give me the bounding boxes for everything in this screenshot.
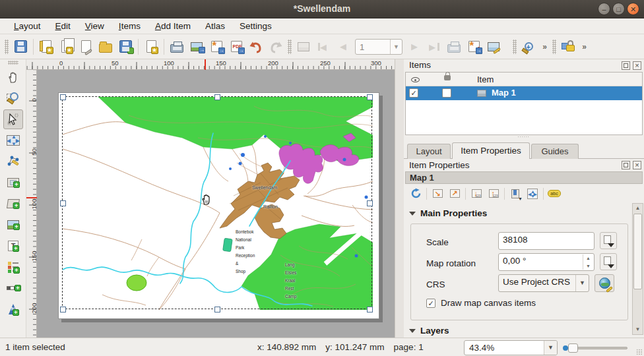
move-item-content-tool-button[interactable]: ▲▼◀▶ [3, 131, 23, 150]
edit-nodes-tool-button[interactable] [3, 152, 23, 171]
save-button[interactable] [11, 38, 30, 56]
lock-checkbox[interactable] [442, 88, 451, 98]
panel-splitter[interactable] [395, 59, 404, 338]
menu-add-item[interactable]: Add Item [148, 20, 198, 32]
resize-handle-n[interactable] [214, 94, 220, 100]
toolbar-drag-handle[interactable] [552, 40, 556, 54]
map-item[interactable]: Swellendam Railton BontebokNational Park… [63, 97, 373, 310]
spin-arrows[interactable]: ▲▼ [583, 254, 593, 270]
add-legend-button[interactable]: + [3, 257, 23, 277]
atlas-settings-button[interactable] [484, 38, 503, 56]
move-content-button[interactable]: ▲▼◀▶ [525, 187, 540, 201]
undo-button[interactable] [247, 38, 265, 56]
menu-layout[interactable]: Layout [7, 20, 48, 32]
atlas-print-button[interactable] [445, 38, 463, 56]
scale-input[interactable]: 38108 [498, 232, 595, 250]
resize-handle-s[interactable] [214, 307, 220, 312]
new-layout-button[interactable]: ★ [37, 38, 55, 56]
add-map-button[interactable]: + [3, 173, 23, 193]
layout-manager-button[interactable] [77, 38, 95, 56]
zoom-level-combo[interactable]: 43.4% ▼ [464, 340, 558, 355]
atlas-export-button[interactable]: *A→ [465, 38, 483, 56]
titlebar[interactable]: *Swellendam – □ ✕ [0, 0, 644, 18]
toolbar-drag-handle[interactable] [288, 40, 292, 54]
menu-items[interactable]: Items [112, 20, 148, 32]
export-image-button[interactable]: → [187, 38, 206, 56]
redo-button[interactable] [267, 38, 285, 56]
properties-scrollbar[interactable]: ▲ ▼ [632, 203, 643, 335]
visibility-checkbox[interactable]: ✓ [409, 88, 418, 98]
actions-overflow-button[interactable]: » [579, 38, 589, 56]
resize-handle-e[interactable] [367, 200, 373, 206]
resize-handle-ne[interactable] [367, 94, 373, 100]
tab-item-properties[interactable]: Item Properties [452, 142, 530, 159]
select-move-item-tool-button[interactable] [3, 109, 23, 129]
toolbar-drag-handle[interactable] [513, 40, 517, 54]
float-panel-icon[interactable] [622, 161, 630, 169]
add-scalebar-button[interactable]: + [3, 278, 23, 298]
resize-handle-nw[interactable] [60, 94, 66, 100]
export-svg-button[interactable]: *→ [207, 38, 226, 56]
atlas-preview-button[interactable] [294, 38, 313, 56]
save-as-template-button[interactable] [116, 38, 135, 56]
draw-canvas-items-checkbox[interactable]: ✓ [426, 299, 435, 308]
labeling-settings-button[interactable]: abc [546, 187, 562, 201]
crs-select-button[interactable] [595, 274, 614, 292]
layout-canvas[interactable]: Swellendam Railton BontebokNational Park… [37, 70, 395, 338]
slider-handle[interactable] [568, 343, 578, 353]
view-extent-in-canvas-button[interactable]: ↗ [447, 187, 463, 201]
set-scale-to-canvas-button[interactable]: ↓123 [468, 187, 484, 201]
section-main-properties[interactable]: Main Properties [409, 208, 487, 218]
pan-tool-button[interactable] [3, 67, 23, 87]
new-from-template-button[interactable]: ★ [142, 38, 160, 56]
atlas-last-button[interactable]: ▶ [425, 38, 443, 56]
export-pdf-button[interactable]: PDF→ [227, 38, 245, 56]
interactive-edit-extent-button[interactable]: ▼ [507, 187, 523, 201]
menu-atlas[interactable]: Atlas [198, 20, 232, 32]
menu-settings[interactable]: Settings [232, 20, 279, 32]
zoom-tool-button[interactable] [3, 88, 23, 108]
chevron-down-icon[interactable]: ▼ [544, 341, 557, 355]
resize-handle-sw[interactable] [60, 307, 66, 312]
open-button[interactable] [96, 38, 115, 56]
tab-layout[interactable]: Layout [407, 144, 451, 159]
minimize-button[interactable]: – [598, 3, 610, 15]
dock-splitter-handle[interactable] [517, 136, 529, 138]
toolbar-drag-handle[interactable] [5, 40, 9, 54]
refresh-button[interactable] [408, 187, 424, 201]
print-button[interactable] [168, 38, 186, 56]
rotation-spinbox[interactable]: 0,00 ° ▲▼ [498, 253, 595, 271]
resize-handle-se[interactable] [367, 307, 373, 312]
duplicate-layout-button[interactable]: ★ [57, 38, 75, 56]
crs-combo[interactable]: Use Project CRS▼ [498, 274, 589, 292]
add-3d-map-button[interactable]: + [3, 194, 23, 214]
close-button[interactable]: ✕ [627, 3, 639, 15]
atlas-prev-button[interactable]: ◀ [334, 38, 352, 56]
resize-grip[interactable] [636, 349, 643, 355]
atlas-page-combo[interactable]: 1 ▼ [355, 39, 402, 55]
atlas-first-button[interactable]: ◀ [314, 38, 333, 56]
lock-items-button[interactable] [559, 38, 577, 56]
add-picture-button[interactable]: + [3, 215, 23, 235]
chevron-down-icon[interactable]: ▼ [390, 40, 402, 54]
scale-override-button[interactable] [600, 232, 617, 249]
view-scale-in-canvas-button[interactable]: ↑123 [486, 187, 501, 201]
close-panel-icon[interactable]: × [633, 161, 641, 169]
resize-handle-w[interactable] [60, 200, 66, 206]
rotation-override-button[interactable] [600, 253, 617, 270]
add-label-button[interactable]: T+ [3, 236, 23, 256]
maximize-button[interactable]: □ [612, 3, 625, 15]
float-panel-icon[interactable] [622, 61, 630, 70]
close-panel-icon[interactable]: × [633, 61, 641, 70]
menu-edit[interactable]: Edit [48, 20, 78, 32]
set-extent-to-canvas-button[interactable]: ↘ [430, 187, 445, 201]
tab-guides[interactable]: Guides [531, 144, 579, 159]
toolbar-drag-handle[interactable] [8, 61, 18, 65]
zoom-in-button[interactable]: + [519, 38, 538, 56]
section-layers[interactable]: Layers [409, 326, 449, 336]
add-north-arrow-button[interactable]: N+ [3, 299, 23, 319]
zoom-slider[interactable] [563, 340, 629, 355]
scrollbar-thumb[interactable] [633, 214, 642, 289]
items-row-map1[interactable]: ✓ Map 1 [406, 86, 642, 100]
navigation-overflow-button[interactable]: » [539, 38, 550, 56]
